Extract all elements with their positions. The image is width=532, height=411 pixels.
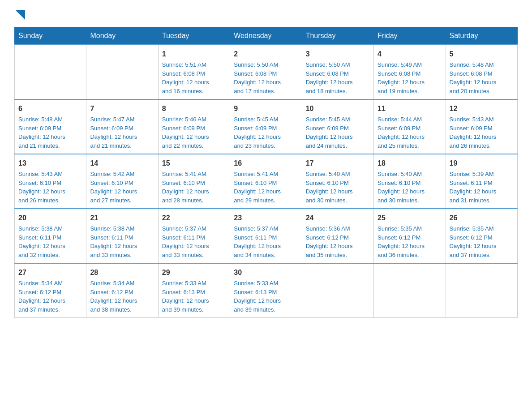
calendar-cell: 3Sunrise: 5:50 AM Sunset: 6:08 PM Daylig… [302, 45, 373, 99]
day-info: Sunrise: 5:45 AM Sunset: 6:09 PM Dayligh… [306, 115, 370, 150]
calendar-cell: 24Sunrise: 5:36 AM Sunset: 6:12 PM Dayli… [302, 209, 373, 263]
day-info: Sunrise: 5:39 AM Sunset: 6:11 PM Dayligh… [450, 170, 514, 205]
calendar-cell: 7Sunrise: 5:47 AM Sunset: 6:09 PM Daylig… [86, 99, 158, 154]
day-info: Sunrise: 5:36 AM Sunset: 6:12 PM Dayligh… [306, 224, 370, 259]
day-number: 5 [450, 49, 514, 60]
calendar-week-row: 20Sunrise: 5:38 AM Sunset: 6:11 PM Dayli… [15, 209, 518, 263]
day-number: 10 [306, 103, 370, 114]
calendar-header-row: SundayMondayTuesdayWednesdayThursdayFrid… [15, 27, 518, 45]
day-info: Sunrise: 5:38 AM Sunset: 6:11 PM Dayligh… [90, 224, 154, 259]
calendar-cell: 27Sunrise: 5:34 AM Sunset: 6:12 PM Dayli… [15, 263, 86, 318]
day-number: 8 [162, 103, 226, 114]
calendar-cell: 2Sunrise: 5:50 AM Sunset: 6:08 PM Daylig… [230, 45, 302, 99]
calendar-cell: 14Sunrise: 5:42 AM Sunset: 6:10 PM Dayli… [86, 154, 158, 209]
day-info: Sunrise: 5:47 AM Sunset: 6:09 PM Dayligh… [90, 115, 154, 150]
day-number: 12 [450, 103, 514, 114]
day-info: Sunrise: 5:34 AM Sunset: 6:12 PM Dayligh… [18, 279, 82, 314]
day-info: Sunrise: 5:35 AM Sunset: 6:12 PM Dayligh… [378, 224, 442, 259]
day-info: Sunrise: 5:44 AM Sunset: 6:09 PM Dayligh… [378, 115, 442, 150]
day-info: Sunrise: 5:49 AM Sunset: 6:08 PM Dayligh… [378, 60, 442, 95]
calendar-cell: 10Sunrise: 5:45 AM Sunset: 6:09 PM Dayli… [302, 99, 373, 154]
calendar-cell: 16Sunrise: 5:41 AM Sunset: 6:10 PM Dayli… [230, 154, 302, 209]
day-info: Sunrise: 5:45 AM Sunset: 6:09 PM Dayligh… [234, 115, 298, 150]
calendar-cell: 15Sunrise: 5:41 AM Sunset: 6:10 PM Dayli… [158, 154, 230, 209]
day-number: 19 [450, 158, 514, 169]
logo-triangle-icon [15, 10, 25, 20]
day-info: Sunrise: 5:41 AM Sunset: 6:10 PM Dayligh… [162, 170, 226, 205]
calendar-cell: 30Sunrise: 5:33 AM Sunset: 6:13 PM Dayli… [230, 263, 302, 318]
calendar-cell: 12Sunrise: 5:43 AM Sunset: 6:09 PM Dayli… [446, 99, 517, 154]
calendar-cell: 9Sunrise: 5:45 AM Sunset: 6:09 PM Daylig… [230, 99, 302, 154]
day-number: 21 [90, 213, 154, 223]
column-header-sunday: Sunday [15, 27, 86, 45]
calendar-cell: 28Sunrise: 5:34 AM Sunset: 6:12 PM Dayli… [86, 263, 158, 318]
calendar-table: SundayMondayTuesdayWednesdayThursdayFrid… [14, 27, 518, 318]
calendar-cell: 22Sunrise: 5:37 AM Sunset: 6:11 PM Dayli… [158, 209, 230, 263]
day-info: Sunrise: 5:40 AM Sunset: 6:10 PM Dayligh… [306, 170, 370, 205]
svg-marker-0 [15, 10, 25, 20]
calendar-cell: 8Sunrise: 5:46 AM Sunset: 6:09 PM Daylig… [158, 99, 230, 154]
day-number: 17 [306, 158, 370, 169]
day-number: 11 [378, 103, 442, 114]
day-number: 9 [234, 103, 298, 114]
day-number: 25 [378, 213, 442, 223]
column-header-wednesday: Wednesday [230, 27, 302, 45]
calendar-cell: 20Sunrise: 5:38 AM Sunset: 6:11 PM Dayli… [15, 209, 86, 263]
calendar-cell [15, 45, 86, 99]
calendar-week-row: 13Sunrise: 5:43 AM Sunset: 6:10 PM Dayli… [15, 154, 518, 209]
calendar-cell [86, 45, 158, 99]
calendar-cell: 21Sunrise: 5:38 AM Sunset: 6:11 PM Dayli… [86, 209, 158, 263]
day-number: 1 [162, 49, 226, 60]
column-header-saturday: Saturday [446, 27, 517, 45]
day-number: 3 [306, 49, 370, 60]
day-info: Sunrise: 5:37 AM Sunset: 6:11 PM Dayligh… [234, 224, 298, 259]
calendar-cell [446, 263, 517, 318]
calendar-cell: 1Sunrise: 5:51 AM Sunset: 6:08 PM Daylig… [158, 45, 230, 99]
calendar-week-row: 27Sunrise: 5:34 AM Sunset: 6:12 PM Dayli… [15, 263, 518, 318]
day-number: 30 [234, 267, 298, 278]
logo [14, 11, 25, 18]
day-info: Sunrise: 5:51 AM Sunset: 6:08 PM Dayligh… [162, 60, 226, 95]
calendar-cell: 19Sunrise: 5:39 AM Sunset: 6:11 PM Dayli… [446, 154, 517, 209]
calendar-cell [302, 263, 373, 318]
day-info: Sunrise: 5:50 AM Sunset: 6:08 PM Dayligh… [234, 60, 298, 95]
day-info: Sunrise: 5:48 AM Sunset: 6:08 PM Dayligh… [450, 60, 514, 95]
day-info: Sunrise: 5:43 AM Sunset: 6:09 PM Dayligh… [450, 115, 514, 150]
column-header-thursday: Thursday [302, 27, 373, 45]
calendar-cell [374, 263, 446, 318]
day-info: Sunrise: 5:33 AM Sunset: 6:13 PM Dayligh… [234, 279, 298, 314]
day-info: Sunrise: 5:37 AM Sunset: 6:11 PM Dayligh… [162, 224, 226, 259]
calendar-cell: 17Sunrise: 5:40 AM Sunset: 6:10 PM Dayli… [302, 154, 373, 209]
calendar-cell: 23Sunrise: 5:37 AM Sunset: 6:11 PM Dayli… [230, 209, 302, 263]
day-number: 4 [378, 49, 442, 60]
column-header-tuesday: Tuesday [158, 27, 230, 45]
day-info: Sunrise: 5:34 AM Sunset: 6:12 PM Dayligh… [90, 279, 154, 314]
calendar-cell: 25Sunrise: 5:35 AM Sunset: 6:12 PM Dayli… [374, 209, 446, 263]
column-header-monday: Monday [86, 27, 158, 45]
calendar-cell: 6Sunrise: 5:48 AM Sunset: 6:09 PM Daylig… [15, 99, 86, 154]
calendar-cell: 5Sunrise: 5:48 AM Sunset: 6:08 PM Daylig… [446, 45, 517, 99]
day-number: 14 [90, 158, 154, 169]
column-header-friday: Friday [374, 27, 446, 45]
day-number: 29 [162, 267, 226, 278]
day-number: 6 [18, 103, 82, 114]
day-number: 26 [450, 213, 514, 223]
day-number: 7 [90, 103, 154, 114]
calendar-cell: 11Sunrise: 5:44 AM Sunset: 6:09 PM Dayli… [374, 99, 446, 154]
day-number: 23 [234, 213, 298, 223]
calendar-cell: 26Sunrise: 5:35 AM Sunset: 6:12 PM Dayli… [446, 209, 517, 263]
calendar-cell: 4Sunrise: 5:49 AM Sunset: 6:08 PM Daylig… [374, 45, 446, 99]
day-number: 27 [18, 267, 82, 278]
page-header [14, 11, 518, 18]
day-info: Sunrise: 5:46 AM Sunset: 6:09 PM Dayligh… [162, 115, 226, 150]
calendar-cell: 29Sunrise: 5:33 AM Sunset: 6:13 PM Dayli… [158, 263, 230, 318]
day-info: Sunrise: 5:41 AM Sunset: 6:10 PM Dayligh… [234, 170, 298, 205]
day-info: Sunrise: 5:33 AM Sunset: 6:13 PM Dayligh… [162, 279, 226, 314]
day-info: Sunrise: 5:38 AM Sunset: 6:11 PM Dayligh… [18, 224, 82, 259]
day-info: Sunrise: 5:35 AM Sunset: 6:12 PM Dayligh… [450, 224, 514, 259]
day-number: 22 [162, 213, 226, 223]
calendar-week-row: 6Sunrise: 5:48 AM Sunset: 6:09 PM Daylig… [15, 99, 518, 154]
day-info: Sunrise: 5:50 AM Sunset: 6:08 PM Dayligh… [306, 60, 370, 95]
day-number: 20 [18, 213, 82, 223]
day-number: 16 [234, 158, 298, 169]
